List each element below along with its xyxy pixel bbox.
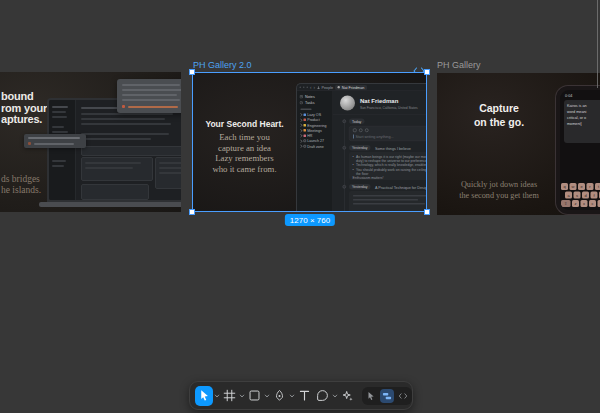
actions-tool-button[interactable] <box>338 386 356 406</box>
text-caret <box>354 135 355 139</box>
laptop-screenshot <box>49 100 181 200</box>
frame-middle-preview[interactable]: Your Second Heart. Each time you capture… <box>193 73 427 212</box>
selection-handle-bottom-right[interactable] <box>424 209 430 215</box>
pen-tool-dropdown[interactable] <box>288 386 295 406</box>
app-window-mockup: ‹ › People Nat Friedman Notes <box>296 83 427 212</box>
chevron-right-icon <box>299 139 302 142</box>
chevron-down-icon <box>264 394 270 398</box>
frame-tool-dropdown[interactable] <box>238 386 245 406</box>
key: r <box>587 183 594 190</box>
chevron-right-icon <box>299 145 302 148</box>
timeline-line <box>344 119 345 212</box>
key: w <box>570 183 577 190</box>
source-icon <box>28 142 31 145</box>
phone-mockup: 0:04 slide Kairos is an word meani criti… <box>555 85 600 215</box>
laptop-card <box>81 184 149 200</box>
key: s <box>574 192 581 199</box>
timeline-dot <box>343 146 347 150</box>
space-icon <box>303 134 306 137</box>
cursor-icon <box>198 389 211 402</box>
selection-handle-top-right[interactable] <box>424 69 430 75</box>
laptop-card <box>81 157 153 181</box>
sidebar-item-tasks: Tasks <box>300 100 331 106</box>
shift-key: ⇧ <box>561 200 571 207</box>
move-tool-dropdown[interactable] <box>213 386 220 406</box>
comment-tool-button[interactable] <box>313 386 331 406</box>
dev-mode-button[interactable] <box>380 389 394 403</box>
source-icon <box>122 105 125 108</box>
sparkle-icon <box>341 389 354 402</box>
nav-forward-icon: › <box>314 85 316 90</box>
selection-handle-bottom-left[interactable] <box>189 209 195 215</box>
mode-switcher <box>362 387 412 405</box>
profile-subtitle: San Francisco, California, United States <box>360 106 418 110</box>
frame-label-ph-gallery[interactable]: PH Gallery <box>437 60 481 70</box>
sidebar-space: Draft zone <box>300 144 331 149</box>
key: t <box>595 183 600 190</box>
laptop-base <box>39 202 181 207</box>
compose-box: Start writing anything... <box>349 126 427 141</box>
window-dot <box>307 87 309 89</box>
phone-screen: 0:04 slide Kairos is an word meani criti… <box>560 90 600 210</box>
frame-left-preview[interactable]: bound rom your aptures. ds bridges he is… <box>0 72 181 212</box>
text-icon <box>298 389 311 402</box>
code-icon <box>398 391 408 401</box>
bullet-line: As human beings it is our right (maybe o… <box>353 155 428 164</box>
move-tool-button[interactable] <box>195 386 213 406</box>
today-badge: Today <box>349 119 364 125</box>
active-tab: Nat Friedman <box>335 85 367 90</box>
comment-bubble-icon <box>316 389 329 402</box>
note-title: A Practical Technique for Designing Note… <box>375 185 427 190</box>
divider <box>333 114 427 115</box>
attach-icon <box>365 129 369 133</box>
key: z <box>572 200 579 207</box>
space-icon <box>303 113 306 116</box>
space-icon <box>303 145 306 148</box>
pen-tool-button[interactable] <box>270 386 288 406</box>
space-icon <box>303 140 306 143</box>
right-caption: Quickly jot down ideas the second you ge… <box>437 179 561 201</box>
cursor-icon <box>366 391 376 401</box>
timeline-dot <box>343 120 347 124</box>
chevron-right-icon <box>299 124 302 127</box>
text-tool-button[interactable] <box>295 386 313 406</box>
key: f <box>591 192 598 199</box>
profile-name: Nat Friedman <box>360 98 398 105</box>
app-sidebar: Notes Tasks Lazy OS Product Engineering … <box>297 91 333 212</box>
design-canvas[interactable]: bound rom your aptures. ds bridges he is… <box>0 0 600 413</box>
frame-right-preview[interactable]: Capture on the go. Quickly jot down idea… <box>437 73 600 215</box>
dev-blocks-icon <box>382 391 392 401</box>
notes-icon <box>300 95 304 99</box>
bottom-toolbar <box>189 381 413 410</box>
frame-label-ph-gallery-2[interactable]: PH Gallery 2.0 <box>193 60 252 70</box>
selection-handle-top-left[interactable] <box>189 69 195 75</box>
laptop-mockup <box>47 98 181 207</box>
vertical-guide-line <box>597 0 598 88</box>
floating-quote-card <box>117 79 181 113</box>
note-body: As human beings it is our right (maybe o… <box>349 152 427 180</box>
shape-tool-dropdown[interactable] <box>263 386 270 406</box>
chevron-down-icon <box>214 394 220 398</box>
mid-headline: Your Second Heart. <box>193 119 296 129</box>
app-main: Nat Friedman San Francisco, California, … <box>333 91 427 212</box>
note-body-partial <box>349 191 427 212</box>
pointer-mode-button[interactable] <box>364 389 378 403</box>
people-icon <box>317 86 320 89</box>
sidebar-section-label <box>301 109 312 111</box>
frame-tool-button[interactable] <box>220 386 238 406</box>
comment-tool-dropdown[interactable] <box>331 386 338 406</box>
tooltip-card <box>24 134 86 148</box>
breadcrumb: People <box>317 85 333 90</box>
right-headline: Capture on the go. <box>437 102 561 129</box>
bullet-line: You should probably work on raising the … <box>353 167 428 176</box>
space-icon <box>303 119 306 122</box>
key: c <box>589 200 596 207</box>
pen-icon <box>273 389 286 402</box>
app-topbar: ‹ › People Nat Friedman <box>297 84 427 91</box>
checkbox-icon <box>353 129 357 133</box>
code-mode-button[interactable] <box>396 389 410 403</box>
left-headline: bound rom your aptures. <box>1 91 47 126</box>
shape-tool-button[interactable] <box>245 386 263 406</box>
compose-toolbar <box>353 129 369 133</box>
avatar <box>338 86 341 89</box>
